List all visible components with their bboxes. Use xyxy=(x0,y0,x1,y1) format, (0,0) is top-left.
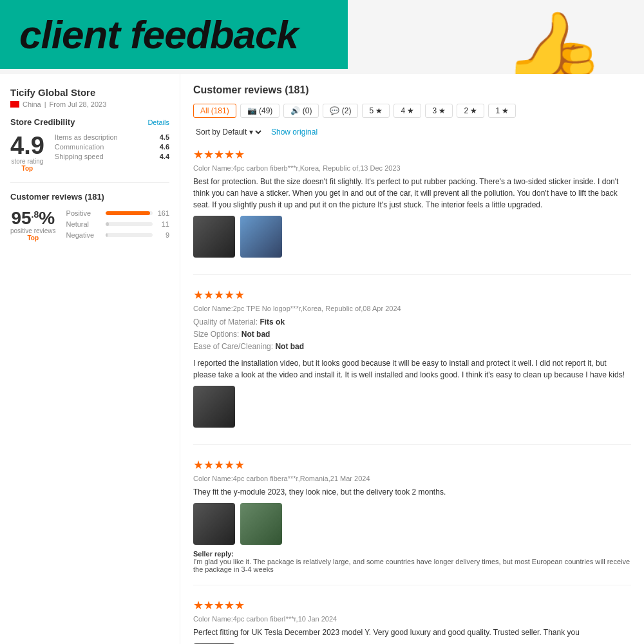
filter-btn-1[interactable]: 📷 (49) xyxy=(240,104,280,118)
stars-3: ★★★★★ xyxy=(193,598,631,612)
filter-btn-5[interactable]: 4 ★ xyxy=(393,104,421,118)
right-panel: Customer reviews (181) All (181)📷 (49)🔊 … xyxy=(180,74,644,644)
credibility-section: Store Credibility Details 4.9 store rati… xyxy=(10,117,169,172)
review-meta-1: Color Name:2pc TPE No logop***r,Korea, R… xyxy=(193,305,631,312)
negative-bar-row: Negative 9 xyxy=(66,231,169,239)
ship-value: 4.4 xyxy=(160,153,169,160)
ship-label: Shipping speed xyxy=(55,153,104,160)
pct-label: positive reviews xyxy=(10,227,56,234)
filter-btn-2[interactable]: 🔊 (0) xyxy=(283,104,319,118)
negative-bar-track xyxy=(106,233,153,237)
filter-btn-7[interactable]: 2 ★ xyxy=(457,104,484,118)
review-image-0-0[interactable] xyxy=(193,216,235,258)
store-meta: China | From Jul 28, 2023 xyxy=(10,100,169,108)
sort-bar: Sort by Default ▾ Show original xyxy=(193,127,631,137)
store-country: China xyxy=(23,100,41,108)
review-images-2 xyxy=(193,503,631,545)
review-image-1-0[interactable] xyxy=(193,386,235,428)
store-rating-label: store rating xyxy=(10,158,44,165)
credibility-header: Store Credibility Details xyxy=(10,117,169,127)
negative-bar-fill xyxy=(106,233,108,237)
left-panel: Ticify Global Store China | From Jul 28,… xyxy=(0,74,180,644)
comm-row: Communication 4.6 xyxy=(55,143,169,151)
review-meta-3: Color Name:4pc carbon fiberI***r,10 Jan … xyxy=(193,615,631,623)
items-label: Items as description xyxy=(55,133,118,141)
positive-pct: 95.8% xyxy=(10,209,56,227)
positive-bar-fill xyxy=(106,211,151,215)
neutral-bar-row: Netural 11 xyxy=(66,220,169,228)
page-title: client feedback xyxy=(19,12,328,57)
customer-reviews-left: Customer reviews (181) 95.8% positive re… xyxy=(10,192,169,242)
review-meta-0: Color Name:4pc carbon fiberb***r,Korea, … xyxy=(193,164,631,172)
header-banner: client feedback xyxy=(0,0,348,69)
review-text-1: I reported the installation video, but i… xyxy=(193,357,631,381)
store-since: | xyxy=(44,100,46,108)
review-attrs-1: Quality of Material: Fits okSize Options… xyxy=(193,316,631,354)
stars-2: ★★★★★ xyxy=(193,458,631,472)
filter-bar: All (181)📷 (49)🔊 (0)💬 (2)5 ★4 ★3 ★2 ★1 ★ xyxy=(193,104,631,118)
show-original-link[interactable]: Show original xyxy=(271,128,317,137)
seller-reply-label-2: Seller reply: xyxy=(193,550,234,558)
store-date: From Jul 28, 2023 xyxy=(50,100,107,108)
review-meta-2: Color Name:4pc carbon fibera***r,Romania… xyxy=(193,475,631,482)
filter-btn-0[interactable]: All (181) xyxy=(193,104,236,118)
divider xyxy=(10,182,169,183)
customer-reviews-left-title: Customer reviews (181) xyxy=(10,192,169,202)
positive-bar-track xyxy=(106,211,153,215)
positive-bar-row: Positive 161 xyxy=(66,209,169,217)
positive-bar-count: 161 xyxy=(156,209,169,217)
review-item-3: ★★★★★Color Name:4pc carbon fiberI***r,10… xyxy=(193,598,631,644)
credibility-title: Store Credibility xyxy=(10,117,75,127)
bar-section: Positive 161 Netural 11 Ne xyxy=(66,209,169,242)
review-item-2: ★★★★★Color Name:4pc carbon fibera***r,Ro… xyxy=(193,458,631,585)
store-rating-number: 4.9 xyxy=(10,133,44,158)
reviews-list: ★★★★★Color Name:4pc carbon fiberb***r,Ko… xyxy=(193,147,631,644)
stars-0: ★★★★★ xyxy=(193,147,631,162)
top-badge: Top xyxy=(10,165,44,172)
review-images-0 xyxy=(193,216,631,258)
stars-1: ★★★★★ xyxy=(193,288,631,302)
review-text-2: They fit the y-module 2023, they look ni… xyxy=(193,486,631,498)
attr-label: Ease of Care/Cleaning: xyxy=(193,342,273,351)
big-rating: 4.9 store rating Top xyxy=(10,133,44,172)
neutral-bar-label: Netural xyxy=(66,220,102,228)
review-text-0: Best for protection. But the size doesn'… xyxy=(193,176,631,211)
ship-row: Shipping speed 4.4 xyxy=(55,153,169,160)
pct-main: 95 xyxy=(11,208,31,228)
filter-btn-3[interactable]: 💬 (2) xyxy=(323,104,358,118)
comm-value: 4.6 xyxy=(160,143,169,151)
neutral-bar-count: 11 xyxy=(156,220,169,228)
filter-btn-6[interactable]: 3 ★ xyxy=(425,104,453,118)
items-row: Items as description 4.5 xyxy=(55,133,169,141)
rating-details: Items as description 4.5 Communication 4… xyxy=(55,133,169,162)
review-images-1 xyxy=(193,386,631,428)
review-image-2-1[interactable] xyxy=(240,503,282,545)
review-item-1: ★★★★★Color Name:2pc TPE No logop***r,Kor… xyxy=(193,288,631,445)
filter-btn-8[interactable]: 1 ★ xyxy=(488,104,516,118)
filter-btn-4[interactable]: 5 ★ xyxy=(362,104,390,118)
positive-bar-label: Positive xyxy=(66,209,102,217)
review-text-3: Perfect fitting for UK Tesla December 20… xyxy=(193,627,631,638)
review-image-2-0[interactable] xyxy=(193,503,235,545)
neutral-bar-fill xyxy=(106,222,109,226)
store-name: Ticify Global Store xyxy=(10,87,169,98)
details-link[interactable]: Details xyxy=(147,118,169,126)
percent-big: 95.8% positive reviews Top xyxy=(10,209,56,242)
reviews-top-badge: Top xyxy=(10,234,56,242)
pct-decimal: .8 xyxy=(32,209,39,220)
seller-reply-2: Seller reply:I'm glad you like it. The p… xyxy=(193,550,631,573)
reviews-header: Customer reviews (181) xyxy=(193,84,631,96)
neutral-bar-track xyxy=(106,222,153,226)
attr-label: Quality of Material: xyxy=(193,317,258,327)
attr-value: Fits ok xyxy=(260,317,285,327)
rating-row: 4.9 store rating Top Items as descriptio… xyxy=(10,133,169,172)
attr-label: Size Options: xyxy=(193,330,239,339)
comm-label: Communication xyxy=(55,143,104,151)
sort-select[interactable]: Sort by Default ▾ xyxy=(193,127,263,137)
review-image-0-1[interactable] xyxy=(240,216,282,258)
negative-bar-count: 9 xyxy=(156,231,169,239)
percent-row: 95.8% positive reviews Top Positive 161 … xyxy=(10,209,169,242)
attr-value: Not bad xyxy=(275,342,304,351)
items-value: 4.5 xyxy=(160,133,169,141)
flag-icon xyxy=(10,101,19,108)
